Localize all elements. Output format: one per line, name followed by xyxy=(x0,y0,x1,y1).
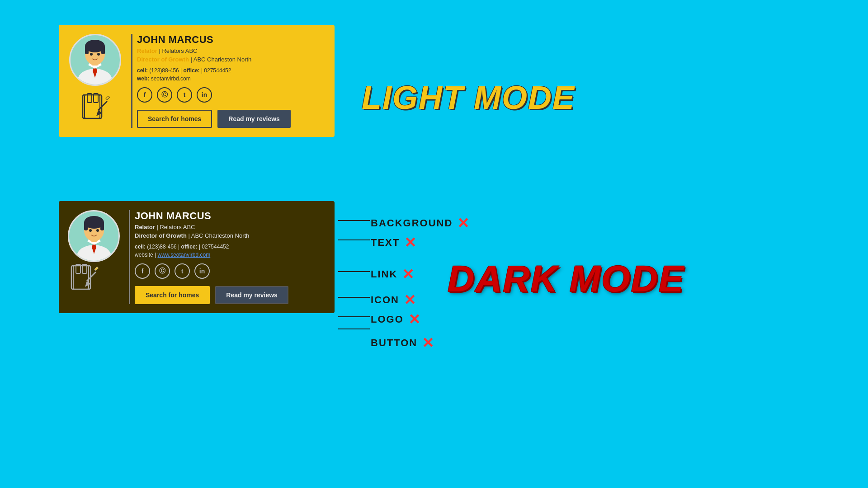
buttons-light: Search for homes Read my reviews xyxy=(137,110,326,128)
web-line-dark: website | www.seotanvirbd.com xyxy=(135,252,326,258)
instagram-icon-dark[interactable]: Ⓒ xyxy=(155,263,170,279)
dark-mode-card: JOHN MARCUS Relator | Relators ABC Direc… xyxy=(59,201,335,313)
light-mode-card: JOHN MARCUS Relator | Relators ABC Direc… xyxy=(59,25,335,137)
logo-line xyxy=(338,316,370,317)
search-homes-button-light[interactable]: Search for homes xyxy=(137,110,212,128)
cell-line: cell: (123)88-456 | office: | 027544452 xyxy=(137,67,326,74)
button-label: BUTTON xyxy=(371,337,417,349)
icon-label: ICON xyxy=(371,294,399,306)
buttons-dark: Search for homes Read my reviews xyxy=(135,286,326,304)
role-line-dark: Relator | Relators ABC xyxy=(135,224,326,230)
svg-point-25 xyxy=(89,229,92,232)
link-annotation: LINK ✕ xyxy=(371,266,414,283)
icon-line xyxy=(338,297,370,298)
text-line xyxy=(338,239,370,240)
background-label: BACKGROUND xyxy=(371,217,453,229)
link-label: LINK xyxy=(371,268,397,280)
cell-line-dark: cell: (123)88-456 | office: | 027544452 xyxy=(135,244,326,250)
person-name: JOHN MARCUS xyxy=(137,34,326,46)
svg-rect-24 xyxy=(100,222,104,230)
web-link-dark[interactable]: www.seotanvirbd.com xyxy=(157,252,210,258)
svg-rect-7 xyxy=(101,46,105,54)
social-icons-light: f Ⓒ t in xyxy=(137,87,326,103)
title-line-dark: Director of Growth | ABC Charleston Nort… xyxy=(135,232,326,239)
linkedin-icon[interactable]: in xyxy=(197,87,212,103)
logo-annotation: LOGO ✕ xyxy=(371,311,420,328)
read-reviews-button-light[interactable]: Read my reviews xyxy=(217,110,291,128)
dark-card-left xyxy=(68,210,120,304)
logo-label: LOGO xyxy=(371,314,404,325)
light-card-left xyxy=(68,34,122,128)
svg-rect-23 xyxy=(84,222,88,230)
twitter-icon-dark[interactable]: t xyxy=(175,263,190,279)
text-x: ✕ xyxy=(404,234,416,251)
avatar xyxy=(69,34,121,86)
text-annotation: TEXT ✕ xyxy=(371,234,416,251)
linkedin-icon-dark[interactable]: in xyxy=(194,263,210,279)
link-x: ✕ xyxy=(402,266,414,283)
icon-annotation: ICON ✕ xyxy=(371,291,416,309)
svg-point-8 xyxy=(90,53,93,56)
background-x: ✕ xyxy=(457,215,469,232)
svg-point-26 xyxy=(96,229,99,232)
button-x: ✕ xyxy=(422,334,434,352)
icon-x: ✕ xyxy=(404,291,416,309)
title-line: Director of Growth | ABC Charleston Nort… xyxy=(137,56,326,63)
dark-mode-label: DARK MODE xyxy=(448,258,684,300)
logo-x: ✕ xyxy=(408,311,420,328)
read-reviews-button-dark[interactable]: Read my reviews xyxy=(215,286,288,304)
role-line: Relator | Relators ABC xyxy=(137,47,326,54)
svg-point-9 xyxy=(97,53,100,56)
instagram-icon[interactable]: Ⓒ xyxy=(157,87,172,103)
social-icons-dark: f Ⓒ t in xyxy=(135,263,326,279)
dark-card-right: JOHN MARCUS Relator | Relators ABC Direc… xyxy=(129,210,326,304)
logo-icon-dark xyxy=(68,262,99,294)
logo-icon xyxy=(79,91,111,123)
button-line xyxy=(338,328,370,329)
text-label: TEXT xyxy=(371,237,400,249)
light-mode-label: LIGHT MODE xyxy=(362,79,575,116)
button-annotation: BUTTON ✕ xyxy=(371,334,434,352)
svg-rect-16 xyxy=(106,96,109,99)
search-homes-button-dark[interactable]: Search for homes xyxy=(135,286,210,304)
svg-rect-6 xyxy=(85,46,89,54)
background-annotation: BACKGROUND ✕ xyxy=(371,215,469,232)
facebook-icon[interactable]: f xyxy=(137,87,152,103)
light-card-right: JOHN MARCUS Relator | Relators ABC Direc… xyxy=(131,34,326,128)
avatar-dark xyxy=(68,210,120,262)
facebook-icon-dark[interactable]: f xyxy=(135,263,150,279)
person-name-dark: JOHN MARCUS xyxy=(135,210,326,222)
background-line xyxy=(338,220,370,221)
link-line xyxy=(338,271,370,272)
web-line: web: seotanvirbd.com xyxy=(137,75,326,82)
svg-rect-33 xyxy=(94,267,98,270)
twitter-icon[interactable]: t xyxy=(177,87,192,103)
